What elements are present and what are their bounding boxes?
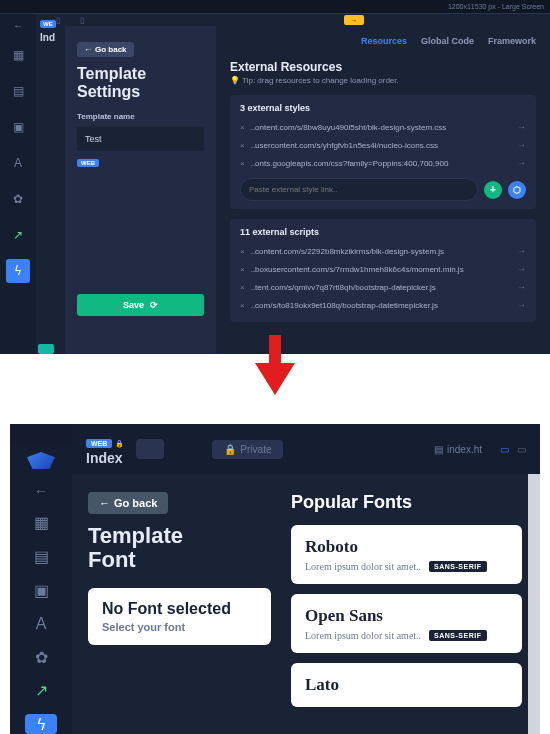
go-back-button[interactable]: ← Go back [77, 42, 134, 57]
close-icon[interactable]: × [240, 283, 245, 292]
style-row[interactable]: ×..ontent.com/s/8bw8uyu490i5sht/blk-desi… [230, 118, 536, 136]
text-icon[interactable]: A [25, 614, 57, 634]
image-icon[interactable]: ▣ [25, 580, 57, 600]
transition-arrow [255, 335, 295, 399]
close-icon[interactable]: × [240, 141, 245, 150]
script-row[interactable]: ×..com/s/to819okx9et108q/bootstrap-datet… [230, 296, 536, 314]
close-icon[interactable]: × [240, 159, 245, 168]
text-icon[interactable]: A [6, 151, 30, 175]
font-name: Roboto [305, 537, 508, 557]
script-row[interactable]: ×..content.com/s/2292b8mkzikirms/blk-des… [230, 242, 536, 260]
panel-title: TemplateFont [88, 524, 271, 572]
arrow-left-icon[interactable]: ← [34, 483, 48, 499]
grid-icon[interactable]: ▦ [6, 43, 30, 67]
scripts-box: 11 external scripts ×..content.com/s/229… [230, 219, 536, 322]
font-name: Lato [305, 675, 508, 695]
mobile-icon[interactable]: ▯ [80, 16, 84, 25]
document-header: WEB🔒 Index 🔒Private ▤index.ht ▭ ▭ [72, 424, 540, 474]
paste-row: + ⬡ [230, 172, 536, 201]
bolt-icon[interactable]: ϟ [6, 259, 30, 283]
image-icon[interactable]: ▣ [6, 115, 30, 139]
script-row[interactable]: ×..boxusercontent.com/s/7rmdw1hmeh8k6c4s… [230, 260, 536, 278]
doc-title: Ind [40, 32, 64, 43]
grid-icon[interactable]: ▦ [25, 513, 57, 533]
main-content: ← Go back TemplateFont No Font selected … [72, 474, 540, 734]
font-preview: Lorem ipsum dolor sit amet.. [305, 630, 421, 641]
bolt-icon[interactable]: ϟ [25, 714, 57, 734]
viewport-dims: 1200x11530 px - Large Screen [448, 3, 544, 10]
script-url: ..tent.com/s/qmivv7q87rtl8qh/bootstrap-d… [251, 283, 511, 292]
web-badge: WEB [77, 159, 99, 167]
tablet-icon[interactable]: ▭ [517, 444, 526, 455]
close-icon[interactable]: × [240, 265, 245, 274]
style-row[interactable]: ×..usercontent.com/s/yhfgfvb1n5es4l/nucl… [230, 136, 536, 154]
desktop-icon[interactable]: ▭ [500, 444, 509, 455]
resources-panel: Resources Global Code Framework External… [216, 26, 550, 354]
paste-style-input[interactable] [240, 178, 478, 201]
arrow-left-icon[interactable]: ← [13, 20, 23, 31]
privacy-label: Private [240, 444, 271, 455]
external-resources-tip: 💡 Tip: drag resources to change loading … [230, 76, 536, 85]
add-button[interactable]: + [484, 181, 502, 199]
template-settings-panel: ← Go back TemplateSettings Template name… [65, 26, 216, 354]
font-tag: SANS-SERIF [429, 561, 486, 572]
font-name: Open Sans [305, 606, 508, 626]
panel-title: TemplateSettings [77, 65, 204, 102]
close-icon[interactable]: × [240, 301, 245, 310]
font-meta: Lorem ipsum dolor sit amet.. SANS-SERIF [305, 561, 508, 572]
font-card[interactable]: Roboto Lorem ipsum dolor sit amet.. SANS… [291, 525, 522, 584]
web-badge: WE [40, 20, 56, 28]
publish-button[interactable]: → [344, 15, 364, 25]
external-resources-title: External Resources [230, 60, 536, 74]
styles-header: 3 external styles [230, 103, 536, 118]
share-icon[interactable]: ↗ [6, 223, 30, 247]
font-card[interactable]: Lato [291, 663, 522, 707]
style-url: ..ontent.com/s/8bw8uyu490i5sht/blk-desig… [251, 123, 511, 132]
dropbox-button[interactable]: ⬡ [508, 181, 526, 199]
file-name: index.ht [447, 444, 482, 455]
document-icon[interactable]: ▤ [25, 547, 57, 567]
no-font-card[interactable]: No Font selected Select your font [88, 588, 271, 645]
nav-rail: ← ▦ ▤ ▣ A ✿ ↗ ϟ [10, 444, 72, 734]
tab-resources[interactable]: Resources [361, 36, 407, 46]
logo[interactable] [27, 452, 55, 469]
popular-fonts-title: Popular Fonts [291, 492, 522, 513]
arrow-right-icon[interactable]: → [517, 264, 526, 274]
pill-state[interactable] [136, 439, 164, 459]
arrow-right-icon[interactable]: → [517, 282, 526, 292]
go-back-label: Go back [114, 497, 157, 509]
tab-global-code[interactable]: Global Code [421, 36, 474, 46]
script-row[interactable]: ×..tent.com/s/qmivv7q87rtl8qh/bootstrap-… [230, 278, 536, 296]
no-font-title: No Font selected [102, 600, 257, 618]
arrow-right-icon[interactable]: → [517, 122, 526, 132]
close-icon[interactable]: × [240, 247, 245, 256]
tab-framework[interactable]: Framework [488, 36, 536, 46]
font-card[interactable]: Open Sans Lorem ipsum dolor sit amet.. S… [291, 594, 522, 653]
gear-icon[interactable]: ✿ [25, 647, 57, 667]
scripts-header: 11 external scripts [230, 227, 536, 242]
template-name-label: Template name [77, 112, 204, 121]
privacy-pill[interactable]: 🔒Private [212, 440, 283, 459]
arrow-right-icon[interactable]: → [517, 140, 526, 150]
go-back-button[interactable]: ← Go back [88, 492, 168, 514]
share-icon[interactable]: ↗ [25, 681, 57, 701]
file-indicator[interactable]: ▤index.ht [434, 444, 482, 455]
arrow-right-icon[interactable]: → [517, 246, 526, 256]
device-presets-bar: ▭ ▭ ▯ ▯ → [0, 14, 550, 26]
template-name-input[interactable] [77, 127, 204, 151]
document-icon[interactable]: ▤ [6, 79, 30, 103]
arrow-right-icon[interactable]: → [517, 300, 526, 310]
screen-bottom: 1388x11530 p WEB🔒 Index 🔒Private ▤index.… [10, 424, 540, 734]
arrow-right-icon[interactable]: → [517, 158, 526, 168]
script-url: ..content.com/s/2292b8mkzikirms/blk-desi… [251, 247, 511, 256]
teal-handle[interactable] [38, 344, 54, 354]
nav-rail: ← ▦ ▤ ▣ A ✿ ↗ ϟ [0, 14, 36, 354]
style-row[interactable]: ×..onts.googleapis.com/css?family=Poppin… [230, 154, 536, 172]
screen-top: 1200x11530 px - Large Screen ▭ ▭ ▯ ▯ → ←… [0, 0, 550, 354]
document-name-area: WE Ind [36, 12, 64, 43]
go-back-label: Go back [95, 45, 127, 54]
script-url: ..boxusercontent.com/s/7rmdw1hmeh8k6c4s/… [251, 265, 511, 274]
gear-icon[interactable]: ✿ [6, 187, 30, 211]
close-icon[interactable]: × [240, 123, 245, 132]
save-button[interactable]: Save ⟳ [77, 294, 204, 316]
